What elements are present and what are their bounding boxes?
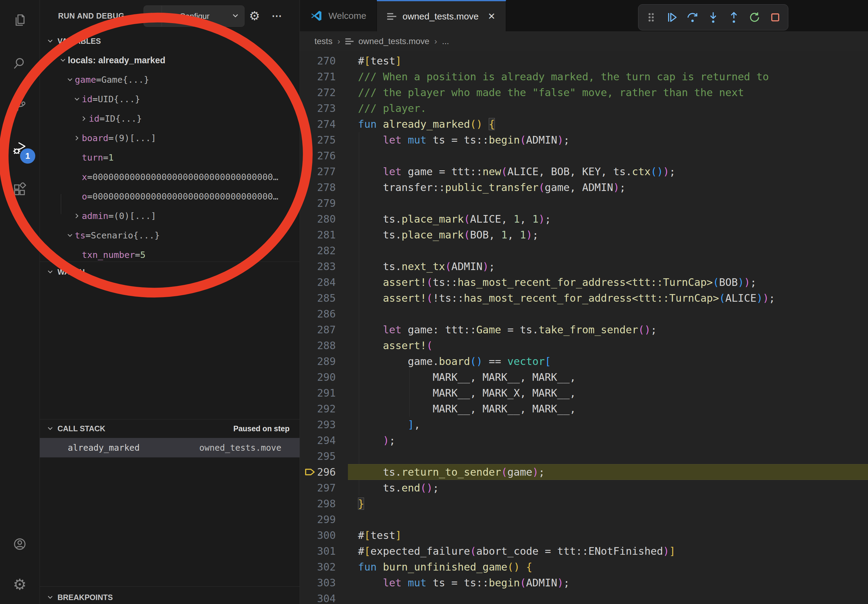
code-text (348, 591, 868, 604)
search-icon[interactable] (12, 56, 27, 71)
line-number[interactable]: 296 (300, 464, 348, 480)
line-number[interactable]: 272 (300, 85, 348, 101)
line-number[interactable]: 271 (300, 69, 348, 85)
breadcrumb-symbol[interactable]: ... (442, 37, 449, 46)
chevron-down-icon[interactable] (73, 96, 82, 103)
chevron-right-icon[interactable] (80, 115, 89, 122)
line-number[interactable]: 278 (300, 180, 348, 195)
line-number[interactable]: 288 (300, 338, 348, 353)
chevron-down-icon[interactable] (66, 76, 75, 83)
explorer-icon[interactable] (12, 13, 27, 28)
restart-icon[interactable] (747, 10, 761, 24)
line-number[interactable]: 289 (300, 353, 348, 369)
variable-row-id[interactable]: id = UID{...} (40, 90, 299, 109)
source-control-icon[interactable] (12, 98, 27, 113)
breadcrumb-file[interactable]: owned_tests.move (358, 37, 429, 46)
variable-row-admin[interactable]: admin = (0)[...] (40, 206, 299, 226)
settings-gear-icon[interactable]: ⚙ (12, 577, 27, 592)
breadcrumb-separator-icon: › (337, 37, 340, 46)
line-number[interactable]: 283 (300, 259, 348, 274)
line-number[interactable]: 284 (300, 274, 348, 290)
step-out-icon[interactable] (727, 10, 741, 24)
step-over-icon[interactable] (685, 10, 699, 24)
line-number[interactable]: 276 (300, 148, 348, 164)
variable-row-id[interactable]: id = ID{...} (40, 109, 299, 129)
line-number[interactable]: 298 (300, 496, 348, 511)
tab-owned-tests-move[interactable]: owned_tests.move ✕ (377, 0, 506, 31)
code-lines: 270#[test]271/// When a position is alre… (300, 53, 868, 604)
line-number[interactable]: 274 (300, 116, 348, 132)
token: fun (358, 561, 377, 573)
extensions-icon[interactable] (12, 183, 27, 197)
variable-name: game (75, 74, 96, 85)
chevron-down-icon[interactable] (66, 232, 75, 239)
token: let (383, 134, 401, 146)
line-number[interactable]: 287 (300, 322, 348, 338)
line-number[interactable]: 299 (300, 511, 348, 527)
code-editor[interactable]: 270#[test]271/// When a position is alre… (300, 51, 868, 604)
line-number[interactable]: 294 (300, 432, 348, 448)
equals-sign: = (108, 211, 113, 221)
variables-section-header[interactable]: VARIABLES (40, 31, 299, 51)
line-number[interactable]: 295 (300, 448, 348, 464)
continue-icon[interactable] (665, 10, 679, 24)
line-number[interactable]: 270 (300, 53, 348, 69)
more-actions-icon[interactable]: ⋯ (271, 0, 282, 32)
variable-value: UID{...} (98, 94, 140, 104)
line-number[interactable]: 302 (300, 559, 348, 575)
code-text: ts.place_mark(BOB, 1, 1); (348, 227, 868, 243)
account-icon[interactable] (12, 537, 27, 551)
start-debugging-icon[interactable] (144, 6, 162, 26)
drag-grip-icon[interactable] (644, 10, 658, 24)
call-stack-frame-row[interactable]: already_marked owned_tests.move (40, 438, 299, 457)
token: ADMIN (451, 260, 482, 273)
line-number[interactable]: 285 (300, 290, 348, 306)
close-icon[interactable]: ✕ (488, 11, 496, 22)
breakpoints-section-header[interactable]: BREAKPOINTS (40, 588, 299, 604)
variable-row-ts[interactable]: ts = Scenario{...} (40, 226, 299, 245)
token: game. (358, 355, 439, 367)
line-number[interactable]: 303 (300, 575, 348, 591)
line-number[interactable]: 286 (300, 306, 348, 322)
call-stack-section-header[interactable]: CALL STACK Paused on step (40, 419, 299, 438)
line-number[interactable]: 304 (300, 591, 348, 604)
line-number[interactable]: 277 (300, 164, 348, 180)
line-number[interactable]: 300 (300, 527, 348, 543)
debug-config-dropdown[interactable]: No Configur (144, 5, 245, 27)
variable-row-o[interactable]: o = 0000000000000000000000000000000000… (40, 187, 299, 206)
frame-file-name: owned_tests.move (199, 443, 281, 453)
chevron-right-icon[interactable] (73, 135, 82, 142)
line-number[interactable]: 279 (300, 195, 348, 211)
step-into-icon[interactable] (706, 10, 720, 24)
watch-section-header[interactable]: WATCH (40, 262, 299, 282)
variable-row-locals-already_marked[interactable]: locals: already_marked (40, 51, 299, 70)
line-number[interactable]: 297 (300, 480, 348, 496)
line-number[interactable]: 275 (300, 132, 348, 148)
token (358, 324, 383, 336)
token: ) (526, 229, 532, 241)
line-number[interactable]: 281 (300, 227, 348, 243)
chevron-down-icon[interactable] (59, 57, 68, 64)
breadcrumb-folder[interactable]: tests (315, 37, 332, 46)
line-number[interactable]: 291 (300, 385, 348, 401)
token: game = ttt:: (401, 166, 482, 178)
variable-row-board[interactable]: board = (9)[...] (40, 129, 299, 148)
gear-icon[interactable]: ⚙ (249, 0, 260, 32)
line-number[interactable]: 290 (300, 369, 348, 385)
line-number[interactable]: 273 (300, 101, 348, 116)
stop-icon[interactable] (768, 10, 782, 24)
line-number[interactable]: 293 (300, 417, 348, 432)
code-line-271: 271/// When a position is already marked… (300, 69, 868, 85)
token: take_from_sender (539, 324, 639, 336)
code-line-282: 282 (300, 243, 868, 259)
chevron-right-icon[interactable] (73, 212, 82, 220)
line-number[interactable]: 282 (300, 243, 348, 259)
variable-row-game[interactable]: game = Game{...} (40, 70, 299, 90)
code-text (348, 511, 868, 527)
line-number[interactable]: 280 (300, 211, 348, 227)
variable-row-x[interactable]: x = 0000000000000000000000000000000000… (40, 167, 299, 187)
line-number[interactable]: 301 (300, 543, 348, 559)
line-number[interactable]: 292 (300, 401, 348, 417)
tab-welcome[interactable]: Welcome (300, 0, 377, 31)
variable-row-turn[interactable]: turn = 1 (40, 148, 299, 167)
